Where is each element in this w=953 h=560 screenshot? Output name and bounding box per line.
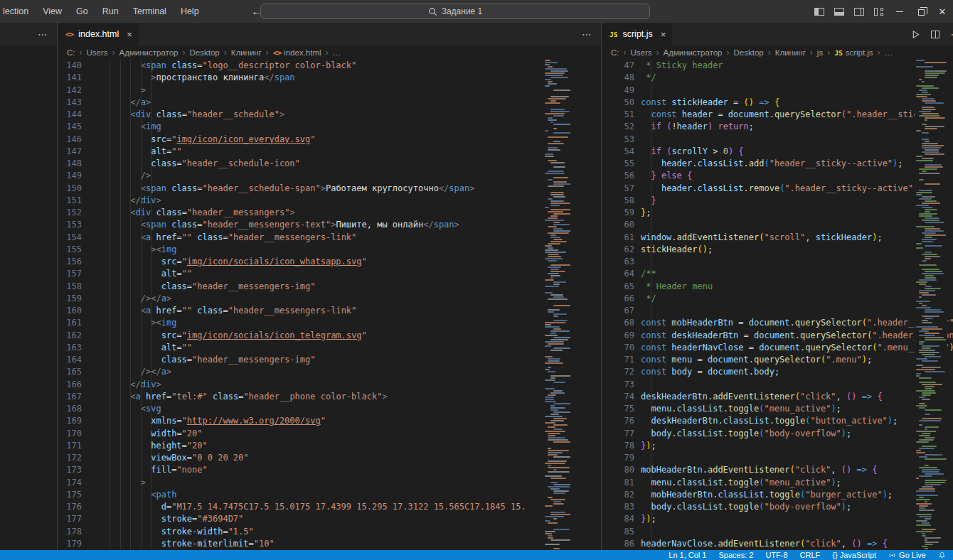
code-line[interactable]: 179 stroke-miterlimit="10" (58, 538, 601, 550)
code-line[interactable]: 167 <a href="tel:#" class="header__phone… (58, 391, 601, 403)
code-text[interactable]: src="img/icon/socials/icon_whatsapp.svg" (100, 256, 367, 268)
breadcrumb-item[interactable]: Клининг (775, 48, 806, 57)
minimize-button[interactable] (889, 0, 910, 23)
code-line[interactable]: 70const headerNavClose = document.queryS… (602, 342, 953, 354)
code-line[interactable]: 49 (602, 85, 953, 97)
line-number[interactable]: 178 (58, 526, 82, 538)
code-text[interactable]: body.classList.toggle("body-overflow"); (641, 428, 851, 440)
line-number[interactable]: 179 (58, 538, 82, 550)
code-line[interactable]: 149 /> (58, 170, 601, 182)
code-line[interactable]: 79 (602, 452, 953, 464)
toggle-secondary-sidebar-icon[interactable] (849, 0, 869, 23)
line-number[interactable]: 52 (602, 121, 634, 133)
line-number[interactable]: 170 (58, 428, 82, 440)
line-number[interactable]: 81 (602, 477, 634, 489)
code-text[interactable]: } else { (641, 170, 692, 182)
code-text[interactable]: mobHeaderBtn.classList.toggle("burger_ac… (641, 489, 893, 501)
line-number[interactable]: 147 (58, 146, 82, 158)
toggle-panel-icon[interactable] (829, 0, 849, 23)
tab-script-js[interactable]: JS script.js × (602, 23, 672, 45)
line-number[interactable]: 58 (602, 195, 634, 207)
code-line[interactable]: 71const menu = document.querySelector(".… (602, 354, 953, 366)
more-actions-icon[interactable]: ⋯ (38, 23, 48, 45)
line-number[interactable]: 173 (58, 464, 82, 476)
code-text[interactable]: /></a> (100, 366, 171, 378)
line-number[interactable]: 77 (602, 428, 634, 440)
line-number[interactable]: 66 (602, 293, 634, 305)
code-line[interactable]: 174 > (58, 477, 601, 489)
line-number[interactable]: 70 (602, 342, 634, 354)
code-line[interactable]: 146 src="img/icon/icon_everyday.svg" (58, 134, 601, 146)
code-line[interactable]: 84}); (602, 513, 953, 525)
code-text[interactable]: /> (100, 170, 151, 182)
code-text[interactable]: deskHeaderBtn.addEventListener("click", … (641, 391, 883, 403)
code-text[interactable]: <a href="" class="header__messengers-lin… (100, 232, 356, 244)
code-text[interactable]: const stickHeader = () => { (641, 97, 779, 109)
split-editor-icon[interactable] (931, 31, 939, 38)
line-number[interactable]: 166 (58, 379, 82, 391)
code-editor-html[interactable]: 140 <span class="logo__descriptor color-… (58, 60, 601, 550)
code-line[interactable]: 151 </div> (58, 195, 601, 207)
line-number[interactable]: 148 (58, 158, 82, 170)
code-line[interactable]: 76 deskHeaderBtn.classList.toggle("butto… (602, 415, 953, 427)
line-number[interactable]: 62 (602, 244, 634, 256)
code-text[interactable]: const header = document.querySelector(".… (641, 109, 944, 121)
code-text[interactable]: const menu = document.querySelector(".me… (641, 354, 872, 366)
close-tab-icon[interactable]: × (661, 29, 666, 40)
code-text[interactable]: class="header__messengers-img" (100, 354, 315, 366)
breadcrumb-item[interactable]: C: (611, 48, 619, 57)
code-line[interactable]: 81 menu.classList.toggle("menu_active"); (602, 477, 953, 489)
line-number[interactable]: 142 (58, 85, 82, 97)
line-number[interactable]: 84 (602, 513, 634, 525)
code-text[interactable]: <div class="header__schedule"> (100, 109, 284, 121)
line-number[interactable]: 71 (602, 354, 634, 366)
code-text[interactable]: /></a> (100, 293, 171, 305)
line-number[interactable]: 68 (602, 317, 634, 329)
line-number[interactable]: 176 (58, 501, 82, 513)
breadcrumb-item[interactable]: js (817, 48, 823, 57)
code-text[interactable]: alt="" (100, 342, 192, 354)
line-number[interactable]: 150 (58, 183, 82, 195)
line-number[interactable]: 167 (58, 391, 82, 403)
code-line[interactable]: 61window.addEventListener("scroll", stic… (602, 232, 953, 244)
code-text[interactable]: menu.classList.toggle("menu_active"); (641, 403, 841, 415)
code-text[interactable]: headerNavClose.addEventListener("click",… (641, 538, 888, 550)
code-line[interactable]: 153 <span class="header__messengers-text… (58, 219, 601, 231)
code-line[interactable]: 170 width="20" (58, 428, 601, 440)
code-text[interactable]: class="header__messengers-img" (100, 281, 315, 293)
line-number[interactable]: 171 (58, 440, 82, 452)
code-text[interactable]: stroke="#3694D7" (100, 513, 243, 525)
breadcrumb-item[interactable]: Users (631, 48, 652, 57)
code-text[interactable]: deskHeaderBtn.classList.toggle("button_a… (641, 415, 898, 427)
line-number[interactable]: 143 (58, 97, 82, 109)
line-number[interactable]: 141 (58, 72, 82, 84)
line-number[interactable]: 63 (602, 256, 634, 268)
code-editor-js[interactable]: 47 * Sticky header48 */4950const stickHe… (602, 60, 953, 550)
line-number[interactable]: 79 (602, 452, 634, 464)
line-number[interactable]: 73 (602, 379, 634, 391)
code-text[interactable]: ><img (100, 244, 176, 256)
code-line[interactable]: 145 <img (58, 121, 601, 133)
code-line[interactable]: 75 menu.classList.toggle("menu_active"); (602, 403, 953, 415)
line-number[interactable]: 169 (58, 415, 82, 427)
code-text[interactable]: if (scrollY > 0) { (641, 146, 744, 158)
code-line[interactable]: 165 /></a> (58, 366, 601, 378)
line-number[interactable]: 83 (602, 501, 634, 513)
code-text[interactable]: <a href="tel:#" class="header__phone col… (100, 391, 388, 403)
line-number[interactable]: 140 (58, 60, 82, 72)
line-number[interactable]: 53 (602, 134, 634, 146)
code-text[interactable]: stickHeader(); (641, 244, 713, 256)
status-item-ln-1-col-1[interactable]: Ln 1, Col 1 (669, 550, 706, 560)
breadcrumb-item[interactable]: C: (67, 48, 75, 57)
breadcrumb-item[interactable]: Клининг (231, 48, 262, 57)
code-line[interactable]: 68const mobHeaderBtn = document.querySel… (602, 317, 953, 329)
minimap[interactable] (915, 60, 947, 550)
code-text[interactable]: </a> (100, 97, 151, 109)
line-number[interactable]: 151 (58, 195, 82, 207)
code-line[interactable]: 85 (602, 526, 953, 538)
line-number[interactable]: 164 (58, 354, 82, 366)
breadcrumb-item[interactable]: JSscript.js (834, 48, 873, 57)
code-line[interactable]: 177 stroke="#3694D7" (58, 513, 601, 525)
code-line[interactable]: 155 ><img (58, 244, 601, 256)
code-line[interactable]: 148 class="header__schedule-icon" (58, 158, 601, 170)
